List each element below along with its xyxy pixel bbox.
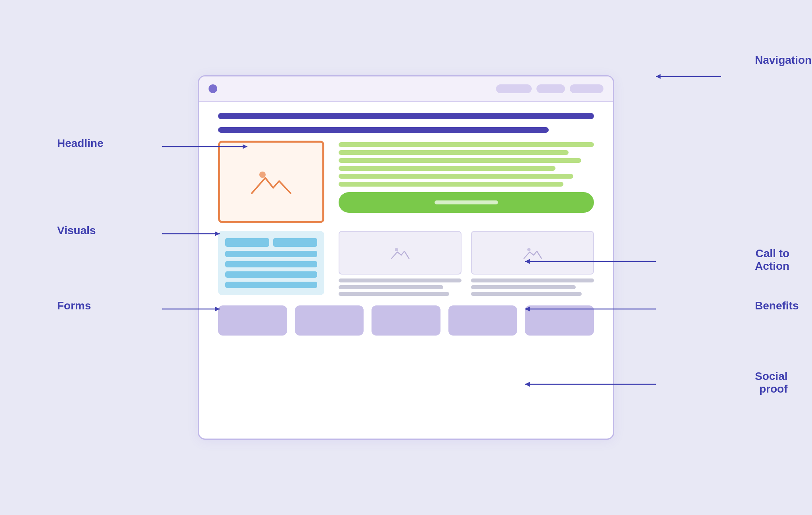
gray-line <box>339 292 449 296</box>
svg-point-2 <box>527 248 530 251</box>
nav-pill-2 <box>536 84 565 93</box>
nav-pill-1 <box>496 84 532 93</box>
right-content <box>339 141 594 213</box>
headline-bar-2 <box>218 127 549 133</box>
cta-button[interactable] <box>339 192 594 213</box>
form-input-short-2[interactable] <box>273 238 317 247</box>
social-card-1 <box>218 305 287 336</box>
green-line <box>339 174 573 179</box>
gray-line <box>339 285 443 289</box>
benefit-img-icon-1 <box>389 245 411 261</box>
svg-point-1 <box>395 248 398 251</box>
social-card-4 <box>448 305 517 336</box>
headline-label: Headline <box>57 137 103 150</box>
browser-mockup <box>198 75 614 440</box>
form-input-short-1[interactable] <box>225 238 269 247</box>
navigation-label: Navigation <box>755 54 812 67</box>
cta-label: Call toAction <box>755 247 789 273</box>
text-lines <box>339 142 594 187</box>
gray-line <box>471 292 582 296</box>
image-placeholder <box>218 141 324 223</box>
social-card-3 <box>372 305 440 336</box>
benefit-card-1 <box>339 231 462 296</box>
svg-point-0 <box>259 172 266 178</box>
browser-dot <box>209 84 217 93</box>
browser-toolbar <box>199 76 613 102</box>
form-section <box>218 231 324 295</box>
diagram-wrapper: Navigation Headline Visuals Forms <box>49 40 763 475</box>
gray-line <box>471 285 576 289</box>
green-line <box>339 182 563 187</box>
image-icon <box>247 166 295 198</box>
cta-label-line <box>435 200 498 204</box>
forms-label: Forms <box>57 299 91 312</box>
svg-marker-4 <box>656 74 661 79</box>
middle-row <box>218 231 594 296</box>
social-card-5 <box>525 305 594 336</box>
headline-bar-1 <box>218 113 594 119</box>
benefits-label: Benefits <box>755 299 799 312</box>
visuals-label: Visuals <box>57 224 96 237</box>
browser-content <box>199 102 613 347</box>
form-input-full-3[interactable] <box>225 271 317 278</box>
benefit-image-2 <box>471 231 594 275</box>
form-input-full-1[interactable] <box>225 251 317 257</box>
form-top-row <box>225 238 317 247</box>
gray-line <box>339 278 462 282</box>
social-card-2 <box>295 305 364 336</box>
form-input-full-2[interactable] <box>225 261 317 267</box>
benefit-card-2 <box>471 231 594 296</box>
form-input-full-4[interactable] <box>225 282 317 288</box>
social-proof-label: Socialproof <box>755 370 787 395</box>
green-line <box>339 142 594 147</box>
gray-line <box>471 278 594 282</box>
main-section <box>218 141 594 223</box>
green-line <box>339 158 581 163</box>
nav-pill-3 <box>570 84 603 93</box>
green-line <box>339 150 569 155</box>
green-line <box>339 166 555 171</box>
benefit-lines-1 <box>339 278 462 296</box>
benefit-image-1 <box>339 231 462 275</box>
social-proof-row <box>218 305 594 336</box>
benefit-lines-2 <box>471 278 594 296</box>
benefits-section <box>339 231 594 296</box>
benefit-img-icon-2 <box>522 245 544 261</box>
